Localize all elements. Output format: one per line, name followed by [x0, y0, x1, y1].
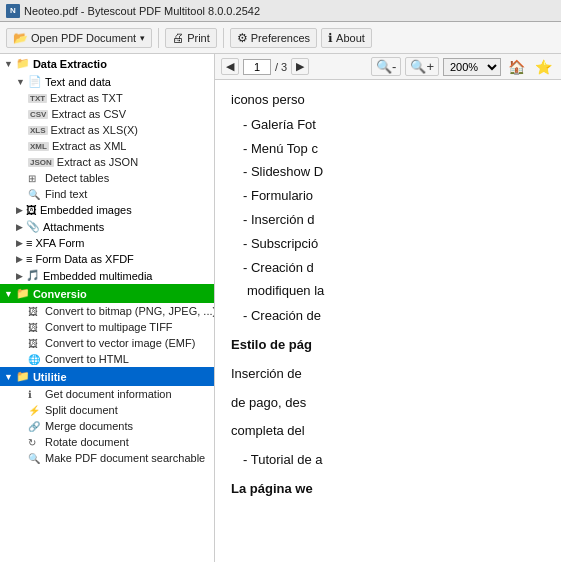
item-detect-tables[interactable]: ⊞ Detect tables: [0, 170, 214, 186]
item-label: Split document: [45, 404, 118, 416]
right-panel: ◀ / 3 ▶ 🔍- 🔍+ 200% 100% 150% 75% 🏠 ⭐ ico…: [215, 54, 561, 562]
item-label: Detect tables: [45, 172, 109, 184]
title-bar-text: Neoteo.pdf - Bytescout PDF Multitool 8.0…: [24, 5, 260, 17]
item-extract-xls[interactable]: XLS Extract as XLS(X): [0, 122, 214, 138]
zoom-in-button[interactable]: 🔍+: [405, 57, 439, 76]
group-icon: 🖼: [26, 204, 37, 216]
left-panel: ▼ 📁 Data Extractio ▼ 📄 Text and data TXT…: [0, 54, 215, 562]
pdf-line-21: - Tutorial de a: [243, 450, 545, 471]
table-icon: ⊞: [28, 173, 42, 184]
group-icon: 📄: [28, 75, 42, 88]
csv-icon: CSV: [28, 110, 48, 119]
group-label: Attachments: [43, 221, 104, 233]
toolbar-separator-1: [158, 28, 159, 48]
print-button[interactable]: 🖨 Print: [165, 28, 217, 48]
section-data-extraction[interactable]: ▼ 📁 Data Extractio: [0, 54, 214, 73]
item-extract-json[interactable]: JSON Extract as JSON: [0, 154, 214, 170]
xls-icon: XLS: [28, 126, 48, 135]
group-label: Embedded images: [40, 204, 132, 216]
item-convert-tiff[interactable]: 🖼 Convert to multipage TIFF: [0, 319, 214, 335]
group-label: XFA Form: [35, 237, 84, 249]
item-label: Convert to vector image (EMF): [45, 337, 195, 349]
bookmark-button[interactable]: ⭐: [532, 58, 555, 76]
info-icon: ℹ: [28, 389, 42, 400]
next-page-button[interactable]: ▶: [291, 58, 309, 75]
section-conversion[interactable]: ▼ 📁 Conversio: [0, 284, 214, 303]
section-label: Utilitie: [33, 371, 67, 383]
expand-icon: ▼: [4, 289, 13, 299]
html-icon: 🌐: [28, 354, 42, 365]
item-label: Make PDF document searchable: [45, 452, 205, 464]
searchable-icon: 🔍: [28, 453, 42, 464]
group-text-data[interactable]: ▼ 📄 Text and data: [0, 73, 214, 90]
group-icon: 📎: [26, 220, 40, 233]
prev-page-button[interactable]: ◀: [221, 58, 239, 75]
group-icon: ≡: [26, 253, 32, 265]
open-pdf-button[interactable]: 📂 Open PDF Document ▾: [6, 28, 152, 48]
item-get-info[interactable]: ℹ Get document information: [0, 386, 214, 402]
group-icon: 🎵: [26, 269, 40, 282]
item-label: Rotate document: [45, 436, 129, 448]
item-convert-html[interactable]: 🌐 Convert to HTML: [0, 351, 214, 367]
preferences-icon: ⚙: [237, 31, 248, 45]
pdf-line-2: - Galería Fot: [243, 115, 545, 136]
item-find-text[interactable]: 🔍 Find text: [0, 186, 214, 202]
item-label: Get document information: [45, 388, 172, 400]
item-merge[interactable]: 🔗 Merge documents: [0, 418, 214, 434]
group-attachments[interactable]: ▶ 📎 Attachments: [0, 218, 214, 235]
group-embedded-images[interactable]: ▶ 🖼 Embedded images: [0, 202, 214, 218]
group-xfa-form[interactable]: ▶ ≡ XFA Form: [0, 235, 214, 251]
page-number-input[interactable]: [243, 59, 271, 75]
pdf-line-14: Inserción de: [231, 364, 545, 385]
pdf-line-18: completa del: [231, 421, 545, 442]
item-rotate[interactable]: ↻ Rotate document: [0, 434, 214, 450]
item-make-searchable[interactable]: 🔍 Make PDF document searchable: [0, 450, 214, 466]
item-label: Convert to multipage TIFF: [45, 321, 173, 333]
expand-icon: ▼: [16, 77, 25, 87]
item-label: Convert to bitmap (PNG, JPEG, ...): [45, 305, 215, 317]
pdf-nav-bar: ◀ / 3 ▶ 🔍- 🔍+ 200% 100% 150% 75% 🏠 ⭐: [215, 54, 561, 80]
tiff-icon: 🖼: [28, 322, 42, 333]
about-button[interactable]: ℹ About: [321, 28, 372, 48]
item-extract-xml[interactable]: XML Extract as XML: [0, 138, 214, 154]
expand-icon: ▶: [16, 254, 23, 264]
item-convert-emf[interactable]: 🖼 Convert to vector image (EMF): [0, 335, 214, 351]
group-embedded-multimedia[interactable]: ▶ 🎵 Embedded multimedia: [0, 267, 214, 284]
merge-icon: 🔗: [28, 421, 42, 432]
item-extract-csv[interactable]: CSV Extract as CSV: [0, 106, 214, 122]
item-split[interactable]: ⚡ Split document: [0, 402, 214, 418]
group-form-data-xfdf[interactable]: ▶ ≡ Form Data as XFDF: [0, 251, 214, 267]
group-label: Text and data: [45, 76, 111, 88]
main-layout: ▼ 📁 Data Extractio ▼ 📄 Text and data TXT…: [0, 54, 561, 562]
dropdown-arrow: ▾: [140, 33, 145, 43]
home-button[interactable]: 🏠: [505, 58, 528, 76]
txt-icon: TXT: [28, 94, 47, 103]
item-label: Find text: [45, 188, 87, 200]
preferences-button[interactable]: ⚙ Preferences: [230, 28, 317, 48]
folder-icon: 📁: [16, 287, 30, 300]
open-icon: 📂: [13, 31, 28, 45]
section-utilities[interactable]: ▼ 📁 Utilitie: [0, 367, 214, 386]
item-label: Extract as JSON: [57, 156, 138, 168]
group-label: Embedded multimedia: [43, 270, 152, 282]
expand-icon: ▶: [16, 222, 23, 232]
pdf-line-5: - Formulario: [243, 186, 545, 207]
print-icon: 🖨: [172, 31, 184, 45]
pdf-content: iconos perso - Galería Fot - Menú Top c …: [215, 80, 561, 562]
pdf-line-7: - Subscripció: [243, 234, 545, 255]
xml-icon: XML: [28, 142, 49, 151]
pdf-line-8: - Creación d: [243, 258, 545, 279]
zoom-out-button[interactable]: 🔍-: [371, 57, 401, 76]
app-icon: N: [6, 4, 20, 18]
item-extract-txt[interactable]: TXT Extract as TXT: [0, 90, 214, 106]
pdf-line-6: - Inserción d: [243, 210, 545, 231]
item-label: Merge documents: [45, 420, 133, 432]
rotate-icon: ↻: [28, 437, 42, 448]
bitmap-icon: 🖼: [28, 306, 42, 317]
toolbar-separator-2: [223, 28, 224, 48]
pdf-line-23: La página we: [231, 479, 545, 500]
item-convert-bitmap[interactable]: 🖼 Convert to bitmap (PNG, JPEG, ...): [0, 303, 214, 319]
zoom-level-select[interactable]: 200% 100% 150% 75%: [443, 58, 501, 76]
page-separator: / 3: [275, 61, 287, 73]
expand-icon: ▶: [16, 271, 23, 281]
